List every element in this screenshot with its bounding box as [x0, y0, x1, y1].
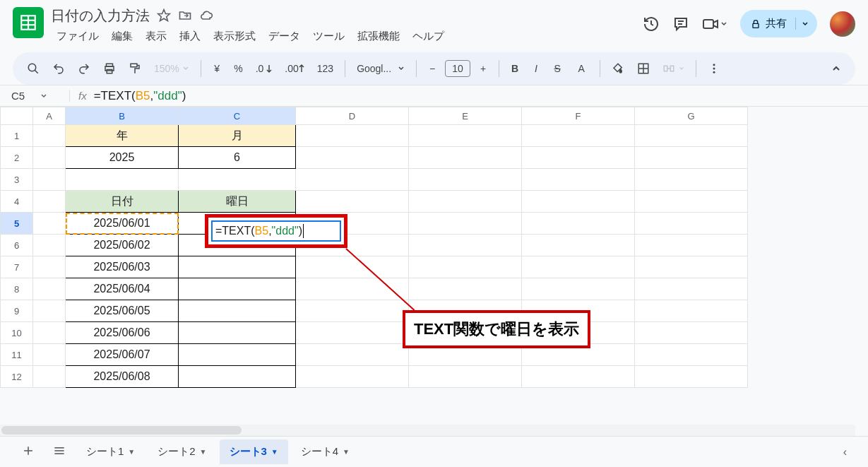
text-color-icon[interactable]: A — [570, 59, 593, 78]
cell[interactable] — [179, 366, 296, 388]
cell[interactable] — [179, 278, 296, 300]
add-sheet-icon[interactable] — [14, 439, 42, 465]
col-header[interactable]: B — [66, 107, 179, 125]
menu-edit[interactable]: 編集 — [106, 27, 138, 46]
move-folder-icon[interactable] — [178, 8, 192, 23]
strikethrough-icon[interactable]: S — [549, 59, 566, 78]
cell[interactable]: 2025/06/05 — [66, 300, 179, 322]
cell[interactable] — [179, 256, 296, 278]
cell[interactable]: 年 — [66, 125, 179, 147]
print-icon[interactable] — [99, 59, 120, 78]
percent-icon[interactable]: % — [230, 59, 246, 78]
cell[interactable]: 2025/06/03 — [66, 256, 179, 278]
row-header[interactable]: 11 — [1, 344, 33, 366]
select-all-corner[interactable] — [1, 107, 33, 125]
col-header[interactable]: E — [409, 107, 522, 125]
col-header[interactable]: D — [296, 107, 409, 125]
col-header[interactable]: F — [522, 107, 635, 125]
borders-icon[interactable] — [633, 59, 654, 78]
svg-point-22 — [713, 71, 715, 73]
bold-icon[interactable]: B — [506, 59, 523, 78]
menu-file[interactable]: ファイル — [51, 27, 105, 46]
paint-format-icon[interactable] — [124, 59, 145, 78]
cell[interactable] — [66, 169, 179, 191]
redo-icon[interactable] — [73, 59, 95, 78]
meet-icon[interactable] — [702, 16, 727, 32]
menu-format[interactable]: 表示形式 — [208, 27, 261, 46]
cell[interactable]: 2025/06/06 — [66, 322, 179, 344]
cell[interactable] — [179, 322, 296, 344]
cell[interactable]: 2025/06/04 — [66, 278, 179, 300]
merge-cells-icon[interactable] — [658, 59, 688, 78]
menu-tools[interactable]: ツール — [307, 27, 350, 46]
menu-help[interactable]: ヘルプ — [407, 27, 450, 46]
col-header[interactable]: A — [33, 107, 66, 125]
cell[interactable]: 2025/06/07 — [66, 344, 179, 366]
row-header[interactable]: 1 — [1, 125, 33, 147]
explore-icon[interactable]: ‹ — [826, 443, 854, 461]
increase-decimal-icon[interactable]: .00 — [280, 59, 308, 78]
cell[interactable]: 日付 — [66, 191, 179, 213]
cell[interactable] — [179, 344, 296, 366]
col-header[interactable]: C — [179, 107, 296, 125]
sheets-logo[interactable] — [13, 7, 44, 38]
formula-input[interactable]: =TEXT(B5,"ddd") — [94, 89, 186, 103]
cell[interactable] — [179, 169, 296, 191]
all-sheets-icon[interactable] — [45, 439, 73, 465]
col-header[interactable]: G — [635, 107, 748, 125]
row-header[interactable]: 12 — [1, 366, 33, 388]
cell[interactable]: 2025/06/08 — [66, 366, 179, 388]
row-header[interactable]: 4 — [1, 191, 33, 213]
row-header[interactable]: 7 — [1, 256, 33, 278]
doc-title[interactable]: 日付の入力方法 — [51, 6, 150, 25]
name-box[interactable]: C5 — [6, 90, 57, 102]
cell[interactable]: 6 — [179, 147, 296, 169]
horizontal-scrollbar[interactable] — [0, 425, 855, 436]
row-header[interactable]: 6 — [1, 235, 33, 256]
row-header[interactable]: 3 — [1, 169, 33, 191]
row-header[interactable]: 9 — [1, 300, 33, 322]
cell-editor[interactable]: =TEXT(B5,"ddd") — [211, 220, 341, 242]
undo-icon[interactable] — [48, 59, 69, 78]
avatar[interactable] — [830, 11, 855, 37]
font-select[interactable]: Googl... — [352, 59, 409, 78]
font-size-input[interactable]: 10 — [445, 60, 470, 77]
cell[interactable]: 曜日 — [179, 191, 296, 213]
row-header[interactable]: 5 — [1, 213, 33, 235]
search-icon[interactable] — [23, 59, 44, 78]
sheet-tab[interactable]: シート4▼ — [291, 439, 359, 464]
cell[interactable]: 月 — [179, 125, 296, 147]
history-icon[interactable] — [643, 16, 660, 32]
menu-extensions[interactable]: 拡張機能 — [352, 27, 405, 46]
menu-view[interactable]: 表示 — [140, 27, 172, 46]
decrease-font-icon[interactable]: − — [424, 59, 441, 78]
cell[interactable]: 2025 — [66, 147, 179, 169]
sheet-tab-active[interactable]: シート3▼ — [220, 439, 288, 464]
sheet-tab[interactable]: シート1▼ — [76, 439, 145, 464]
menu-insert[interactable]: 挿入 — [174, 27, 206, 46]
row-header[interactable]: 8 — [1, 278, 33, 300]
sheet-tab[interactable]: シート2▼ — [148, 439, 216, 464]
share-caret[interactable] — [795, 18, 814, 30]
collapse-toolbar-icon[interactable] — [827, 59, 845, 78]
row-header[interactable]: 10 — [1, 322, 33, 344]
italic-icon[interactable]: I — [528, 59, 545, 78]
increase-font-icon[interactable]: + — [475, 59, 492, 78]
currency-icon[interactable]: ¥ — [208, 59, 225, 78]
decrease-decimal-icon[interactable]: .0 — [251, 59, 277, 78]
cell[interactable]: 2025/06/02 — [66, 235, 179, 256]
share-button[interactable]: 共有 — [740, 10, 817, 37]
cell-referenced[interactable]: 2025/06/01 — [66, 213, 179, 235]
row-header[interactable]: 2 — [1, 147, 33, 169]
zoom-select[interactable]: 150% — [150, 59, 194, 78]
comment-icon[interactable] — [672, 16, 689, 32]
menu-data[interactable]: データ — [263, 27, 306, 46]
spreadsheet-grid[interactable]: A B C D E F G 1年月 220256 3 4日付曜日 52025/0… — [0, 106, 868, 417]
more-formats-icon[interactable]: 123 — [313, 59, 338, 78]
fill-color-icon[interactable] — [607, 59, 629, 78]
cell[interactable] — [179, 300, 296, 322]
star-icon[interactable] — [157, 8, 171, 23]
chevron-down-icon[interactable] — [40, 90, 47, 102]
cloud-status-icon[interactable] — [199, 8, 213, 23]
more-toolbar-icon[interactable] — [703, 59, 725, 78]
